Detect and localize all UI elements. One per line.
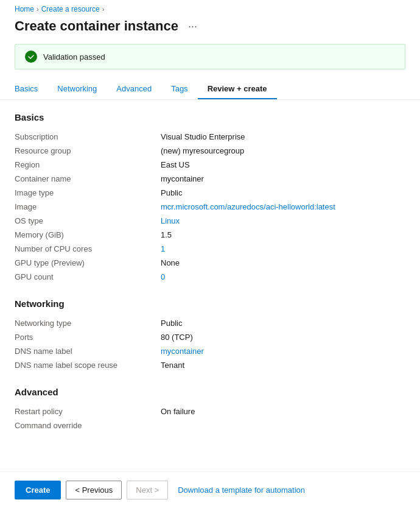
- value-restart-policy: On failure: [161, 407, 405, 416]
- networking-section: Networking Networking type Public Ports …: [15, 298, 405, 372]
- tabs-container: Basics Networking Advanced Tags Review +…: [0, 79, 420, 100]
- value-command-override: [161, 421, 405, 430]
- label-gpu-type: GPU type (Preview): [15, 258, 161, 267]
- table-row: GPU count 0: [15, 270, 405, 284]
- label-ports: Ports: [15, 333, 161, 342]
- advanced-section: Advanced Restart policy On failure Comma…: [15, 387, 405, 432]
- previous-button[interactable]: < Previous: [66, 481, 122, 499]
- footer: Create < Previous Next > Download a temp…: [0, 471, 420, 508]
- label-region: Region: [15, 160, 161, 169]
- tab-tags[interactable]: Tags: [161, 79, 197, 99]
- label-resource-group: Resource group: [15, 146, 161, 155]
- label-container-name: Container name: [15, 174, 161, 183]
- breadcrumb-home[interactable]: Home: [15, 5, 34, 13]
- validation-icon: [25, 51, 37, 63]
- label-subscription: Subscription: [15, 132, 161, 141]
- breadcrumb-sep1: ›: [37, 5, 39, 13]
- table-row: DNS name label scope reuse Tenant: [15, 358, 405, 372]
- table-row: Networking type Public: [15, 316, 405, 330]
- table-row: GPU type (Preview) None: [15, 256, 405, 270]
- basics-section-title: Basics: [15, 112, 405, 122]
- value-gpu-count: 0: [161, 272, 405, 281]
- tab-advanced[interactable]: Advanced: [107, 79, 161, 99]
- value-dns-name-label: mycontainer: [161, 347, 405, 356]
- table-row: OS type Linux: [15, 214, 405, 228]
- tab-review-create[interactable]: Review + create: [198, 79, 277, 99]
- table-row: Ports 80 (TCP): [15, 330, 405, 344]
- value-region: East US: [161, 160, 405, 169]
- label-image: Image: [15, 202, 161, 211]
- advanced-section-title: Advanced: [15, 387, 405, 397]
- value-ports: 80 (TCP): [161, 333, 405, 342]
- page-title: Create container instance: [15, 18, 178, 34]
- label-networking-type: Networking type: [15, 319, 161, 328]
- value-image-type: Public: [161, 188, 405, 197]
- value-memory: 1.5: [161, 230, 405, 239]
- breadcrumb-sep2: ›: [102, 5, 105, 13]
- breadcrumb-create-resource[interactable]: Create a resource: [41, 5, 100, 13]
- tab-networking[interactable]: Networking: [47, 79, 107, 99]
- label-cpu-cores: Number of CPU cores: [15, 244, 161, 253]
- value-dns-scope-reuse: Tenant: [161, 361, 405, 370]
- networking-section-title: Networking: [15, 298, 405, 309]
- tab-basics[interactable]: Basics: [15, 79, 47, 99]
- table-row: DNS name label mycontainer: [15, 344, 405, 358]
- page-header: Create container instance ···: [0, 16, 420, 44]
- table-row: Image type Public: [15, 186, 405, 200]
- basics-section: Basics Subscription Visual Studio Enterp…: [15, 112, 405, 284]
- automation-link[interactable]: Download a template for automation: [178, 485, 305, 495]
- value-cpu-cores: 1: [161, 244, 405, 253]
- table-row: Subscription Visual Studio Enterprise: [15, 130, 405, 144]
- label-memory: Memory (GiB): [15, 230, 161, 239]
- label-dns-scope-reuse: DNS name label scope reuse: [15, 361, 161, 370]
- value-os-type: Linux: [161, 216, 405, 225]
- table-row: Restart policy On failure: [15, 404, 405, 418]
- label-os-type: OS type: [15, 216, 161, 225]
- label-restart-policy: Restart policy: [15, 407, 161, 416]
- value-resource-group: (new) myresourcegroup: [161, 146, 405, 155]
- next-button[interactable]: Next >: [127, 481, 168, 499]
- table-row: Resource group (new) myresourcegroup: [15, 144, 405, 158]
- label-image-type: Image type: [15, 188, 161, 197]
- table-row: Memory (GiB) 1.5: [15, 228, 405, 242]
- value-image: mcr.microsoft.com/azuredocs/aci-hellowor…: [161, 202, 405, 211]
- value-container-name: mycontainer: [161, 174, 405, 183]
- table-row: Region East US: [15, 158, 405, 172]
- table-row: Image mcr.microsoft.com/azuredocs/aci-he…: [15, 200, 405, 214]
- value-subscription: Visual Studio Enterprise: [161, 132, 405, 141]
- table-row: Number of CPU cores 1: [15, 242, 405, 256]
- main-content: Basics Subscription Visual Studio Enterp…: [0, 112, 420, 496]
- validation-text: Validation passed: [43, 52, 105, 62]
- value-networking-type: Public: [161, 319, 405, 328]
- table-row: Container name mycontainer: [15, 172, 405, 186]
- validation-banner: Validation passed: [15, 44, 405, 69]
- breadcrumb: Home › Create a resource ›: [0, 0, 420, 16]
- label-gpu-count: GPU count: [15, 272, 161, 281]
- label-command-override: Command override: [15, 421, 161, 430]
- create-button[interactable]: Create: [15, 481, 61, 499]
- value-gpu-type: None: [161, 258, 405, 267]
- label-dns-name-label: DNS name label: [15, 347, 161, 356]
- table-row: Command override: [15, 418, 405, 432]
- ellipsis-button[interactable]: ···: [184, 19, 201, 34]
